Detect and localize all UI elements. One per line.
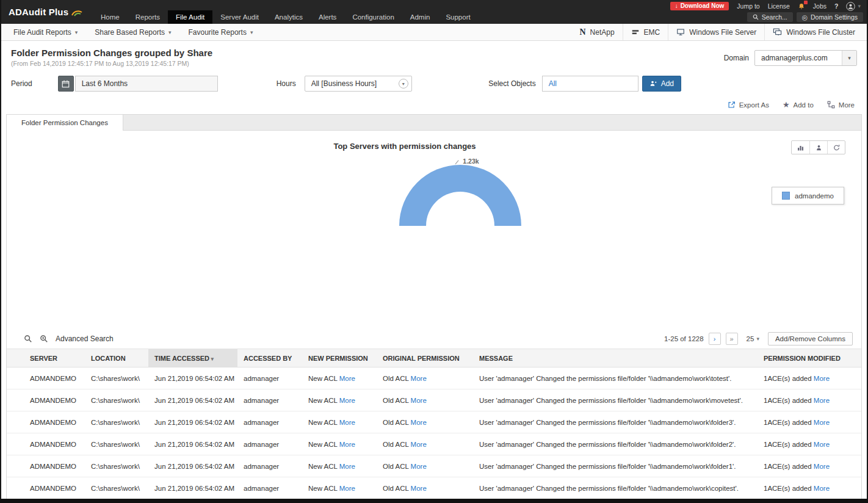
- cell-accessed-by: admanager: [237, 477, 302, 499]
- emc-icon: [631, 29, 640, 36]
- topbar-nav-row: HomeReportsFile AuditServer AuditAnalyti…: [93, 10, 868, 24]
- column-header-accessed-by[interactable]: ACCESSED BY: [237, 349, 302, 367]
- license-link[interactable]: License: [768, 2, 790, 10]
- nav-support[interactable]: Support: [438, 10, 478, 24]
- hours-select[interactable]: All [Business Hours] ▾: [305, 76, 412, 92]
- more-link[interactable]: More: [411, 419, 427, 426]
- menu-share-based-reports[interactable]: Share Based Reports▾: [86, 24, 179, 40]
- cell-time-accessed: Jun 21,2019 06:54:02 AM: [148, 433, 237, 455]
- menu-favourite-reports[interactable]: Favourite Reports▾: [180, 24, 262, 40]
- global-search-button[interactable]: Search...: [747, 12, 793, 22]
- page-size-select[interactable]: 25 ▾: [747, 335, 759, 342]
- add-user-icon: [649, 80, 657, 87]
- chart-legend[interactable]: admandemo: [772, 187, 844, 204]
- more-link[interactable]: More: [411, 441, 427, 448]
- windows-file-cluster-button[interactable]: Windows File Cluster: [764, 24, 863, 40]
- window-border-bottom: [0, 499, 868, 503]
- half-donut[interactable]: [399, 165, 521, 226]
- more-link[interactable]: More: [411, 463, 427, 470]
- advanced-search-label[interactable]: Advanced Search: [56, 335, 114, 343]
- cell-original-permission: Old ACL More: [377, 477, 473, 499]
- more-link[interactable]: More: [411, 397, 427, 404]
- last-page-button[interactable]: »: [726, 333, 738, 345]
- chevron-down-icon: ▾: [250, 29, 253, 35]
- nav-file-audit[interactable]: File Audit: [168, 10, 212, 24]
- tab-folder-permission-changes[interactable]: Folder Permission Changes: [7, 115, 123, 131]
- logo-swoosh-icon: [71, 7, 83, 16]
- nav-alerts[interactable]: Alerts: [311, 10, 344, 24]
- chart-type-icon[interactable]: [792, 141, 809, 154]
- group-by-icon[interactable]: [809, 141, 827, 154]
- add-to-button[interactable]: ★ Add to: [783, 100, 814, 109]
- nav-reports[interactable]: Reports: [128, 10, 168, 24]
- cell-server: ADMANDEMO: [7, 367, 85, 389]
- legend-swatch: [782, 192, 790, 200]
- nav-analytics[interactable]: Analytics: [267, 10, 311, 24]
- more-link[interactable]: More: [411, 375, 427, 382]
- advanced-search-icon[interactable]: [40, 335, 48, 343]
- cell-permission-modified: 1ACE(s) added More: [758, 367, 861, 389]
- more-link[interactable]: More: [814, 463, 830, 470]
- nav-admin[interactable]: Admin: [402, 10, 438, 24]
- jump-to-link[interactable]: Jump to: [737, 2, 759, 10]
- column-header-server[interactable]: SERVER: [7, 349, 85, 367]
- column-header-time-accessed[interactable]: TIME ACCESSED ▾: [148, 349, 237, 367]
- topbar-utility-row: ↓ Download Now Jump to License Jobs ? ▾: [93, 0, 868, 10]
- column-header-new-permission[interactable]: NEW PERMISSION: [302, 349, 377, 367]
- cell-message: User 'admanager' Changed the permissions…: [473, 455, 758, 477]
- more-link[interactable]: More: [339, 441, 355, 448]
- column-header-location[interactable]: LOCATION: [85, 349, 148, 367]
- jobs-link[interactable]: Jobs: [813, 2, 826, 10]
- more-link[interactable]: More: [339, 397, 355, 404]
- emc-button[interactable]: EMC: [623, 24, 668, 40]
- select-objects-input[interactable]: All: [542, 76, 638, 92]
- more-link[interactable]: More: [339, 485, 355, 492]
- help-button[interactable]: ?: [834, 2, 838, 10]
- cell-new-permission: New ACL More: [302, 389, 377, 411]
- chevron-down-icon: ▾: [858, 3, 861, 9]
- topbar-main: ↓ Download Now Jump to License Jobs ? ▾ …: [93, 0, 868, 24]
- search-icon[interactable]: [24, 335, 32, 343]
- column-header-message[interactable]: MESSAGE: [473, 349, 758, 367]
- more-link[interactable]: More: [814, 485, 830, 492]
- half-donut-chart[interactable]: 1.23k: [399, 165, 521, 226]
- more-link[interactable]: More: [339, 419, 355, 426]
- domain-select[interactable]: admanagerplus.com ▾: [754, 50, 857, 66]
- download-now-button[interactable]: ↓ Download Now: [670, 2, 729, 10]
- netapp-icon: N: [579, 27, 585, 37]
- cell-permission-modified: 1ACE(s) added More: [758, 455, 861, 477]
- more-link[interactable]: More: [339, 463, 355, 470]
- cell-original-permission: Old ACL More: [377, 411, 473, 433]
- add-remove-columns-button[interactable]: Add/Remove Columns: [768, 332, 853, 346]
- calendar-button[interactable]: [58, 76, 74, 92]
- add-button[interactable]: Add: [642, 76, 681, 92]
- more-link[interactable]: More: [411, 485, 427, 492]
- more-actions-button[interactable]: More: [827, 100, 855, 109]
- app-logo[interactable]: ADAudit Plus: [0, 0, 93, 24]
- next-page-button[interactable]: ›: [709, 333, 721, 345]
- period-input[interactable]: Last 6 Months: [75, 76, 218, 92]
- more-link[interactable]: More: [814, 419, 830, 426]
- netapp-button[interactable]: N NetApp: [571, 24, 622, 40]
- user-menu-button[interactable]: ▾: [846, 2, 861, 11]
- refresh-icon[interactable]: [827, 141, 845, 154]
- column-header-permission-modified[interactable]: PERMISSION MODIFIED: [758, 349, 861, 367]
- column-header-original-permission[interactable]: ORIGINAL PERMISSION: [377, 349, 473, 367]
- more-link[interactable]: More: [814, 375, 830, 382]
- export-as-button[interactable]: Export As: [728, 100, 769, 109]
- nav-server-audit[interactable]: Server Audit: [212, 10, 267, 24]
- nav-configuration[interactable]: Configuration: [344, 10, 402, 24]
- cell-original-permission: Old ACL More: [377, 433, 473, 455]
- cell-original-permission: Old ACL More: [377, 389, 473, 411]
- more-link[interactable]: More: [814, 397, 830, 404]
- windows-file-server-button[interactable]: Windows File Server: [668, 24, 764, 40]
- filter-bar: Period Last 6 Months Hours All [Business…: [0, 68, 868, 98]
- notifications-bell-icon[interactable]: [798, 2, 805, 10]
- nav-home[interactable]: Home: [93, 10, 128, 24]
- cell-location: C:\shares\work\: [85, 433, 148, 455]
- more-link[interactable]: More: [814, 441, 830, 448]
- hours-label: Hours: [277, 79, 296, 88]
- domain-settings-button[interactable]: ◎ Domain Settings: [797, 12, 863, 22]
- menu-file-audit-reports[interactable]: File Audit Reports▾: [5, 24, 86, 40]
- more-link[interactable]: More: [339, 375, 355, 382]
